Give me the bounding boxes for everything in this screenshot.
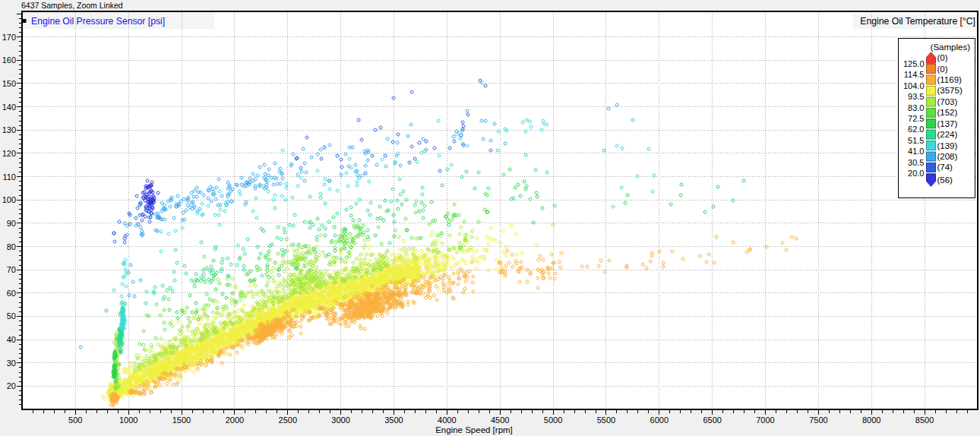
svg-text:50: 50 bbox=[7, 311, 16, 321]
svg-text:90: 90 bbox=[7, 219, 16, 228]
svg-text:5000: 5000 bbox=[544, 415, 562, 425]
svg-text:120: 120 bbox=[2, 149, 16, 158]
svg-text:(74): (74) bbox=[937, 163, 953, 172]
svg-text:100: 100 bbox=[2, 195, 16, 204]
svg-text:(56): (56) bbox=[937, 175, 953, 185]
svg-text:140: 140 bbox=[2, 103, 16, 112]
svg-text:170: 170 bbox=[2, 33, 16, 42]
svg-text:5500: 5500 bbox=[597, 415, 615, 425]
svg-text:(3575): (3575) bbox=[937, 86, 963, 95]
svg-text:20: 20 bbox=[7, 381, 16, 390]
svg-text:(224): (224) bbox=[937, 130, 958, 139]
svg-text:30: 30 bbox=[7, 359, 16, 368]
svg-text:(0): (0) bbox=[937, 65, 948, 74]
svg-text:6500: 6500 bbox=[703, 415, 721, 425]
svg-text:4000: 4000 bbox=[438, 415, 456, 425]
svg-text:(139): (139) bbox=[937, 141, 958, 150]
svg-text:(152): (152) bbox=[937, 108, 958, 117]
svg-text:62.0: 62.0 bbox=[908, 125, 924, 134]
svg-text:(1169): (1169) bbox=[937, 75, 963, 84]
svg-text:72.5: 72.5 bbox=[908, 114, 924, 123]
svg-text:114.5: 114.5 bbox=[904, 70, 925, 79]
svg-text:1000: 1000 bbox=[119, 415, 138, 425]
svg-text:2500: 2500 bbox=[279, 415, 297, 425]
svg-text:80: 80 bbox=[7, 242, 16, 251]
svg-text:8500: 8500 bbox=[915, 415, 934, 425]
svg-text:(208): (208) bbox=[937, 152, 958, 161]
svg-text:3500: 3500 bbox=[384, 415, 403, 425]
svg-text:Engine Oil Pressure Sensor [ps: Engine Oil Pressure Sensor [psi] bbox=[31, 16, 165, 27]
svg-text:30.5: 30.5 bbox=[908, 158, 924, 167]
svg-text:(703): (703) bbox=[937, 97, 958, 106]
svg-text:(Samples): (Samples) bbox=[931, 43, 971, 52]
svg-text:51.5: 51.5 bbox=[908, 136, 924, 145]
svg-text:130: 130 bbox=[2, 125, 16, 134]
svg-text:7000: 7000 bbox=[756, 415, 774, 425]
svg-text:6000: 6000 bbox=[650, 415, 669, 425]
svg-text:1500: 1500 bbox=[172, 415, 191, 425]
svg-text:8000: 8000 bbox=[862, 415, 880, 425]
svg-text:125.0: 125.0 bbox=[903, 59, 925, 68]
svg-text:4500: 4500 bbox=[491, 415, 509, 425]
svg-text:60: 60 bbox=[7, 289, 16, 298]
svg-text:70: 70 bbox=[7, 265, 16, 274]
svg-text:6437 Samples, Zoom Linked: 6437 Samples, Zoom Linked bbox=[21, 1, 123, 10]
svg-text:2000: 2000 bbox=[226, 415, 244, 425]
svg-text:(137): (137) bbox=[937, 119, 958, 128]
svg-text:(0): (0) bbox=[937, 53, 948, 62]
svg-text:500: 500 bbox=[68, 415, 82, 425]
svg-text:93.5: 93.5 bbox=[908, 92, 924, 101]
svg-text:Engine Oil Temperature [°C]: Engine Oil Temperature [°C] bbox=[860, 16, 975, 27]
svg-text:110: 110 bbox=[2, 172, 16, 182]
svg-text:104.0: 104.0 bbox=[903, 81, 925, 90]
svg-text:41.0: 41.0 bbox=[908, 147, 924, 156]
svg-text:83.0: 83.0 bbox=[908, 103, 924, 112]
svg-text:160: 160 bbox=[2, 55, 16, 65]
svg-text:Engine Speed [rpm]: Engine Speed [rpm] bbox=[435, 425, 513, 434]
svg-text:7500: 7500 bbox=[809, 415, 827, 425]
svg-text:3000: 3000 bbox=[331, 415, 349, 425]
svg-text:20.0: 20.0 bbox=[908, 169, 924, 178]
svg-text:150: 150 bbox=[2, 79, 16, 88]
svg-text:40: 40 bbox=[7, 335, 16, 344]
